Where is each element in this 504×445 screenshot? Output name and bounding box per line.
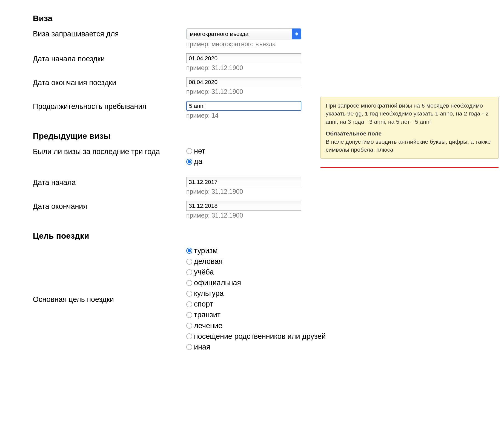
tooltip-strong: Обязательное поле: [326, 129, 493, 137]
duration-input[interactable]: [186, 101, 301, 111]
purpose-radio[interactable]: [186, 291, 192, 297]
requested-for-value: многократного въезда: [190, 31, 248, 37]
purpose-radio-group: туризмделоваяучёбаофициальнаякультураспо…: [186, 246, 340, 353]
tooltip-error-underline: [320, 167, 499, 168]
had-visas-yes-label: да: [194, 157, 202, 166]
prev-start-hint: пример: 31.12.1900: [186, 188, 310, 195]
requested-for-select[interactable]: многократного въезда: [186, 28, 301, 39]
duration-tooltip: При запросе многократной визы на 6 месяц…: [320, 97, 499, 159]
tooltip-text-2: В поле допустимо вводить английские букв…: [326, 138, 491, 153]
purpose-option-label: культура: [194, 289, 224, 298]
trip-start-hint: пример: 31.12.1900: [186, 64, 310, 72]
had-visas-no-label: нет: [194, 146, 205, 156]
purpose-option-label: иная: [194, 342, 210, 352]
purpose-radio[interactable]: [186, 280, 192, 286]
purpose-option-label: учёба: [194, 267, 214, 277]
had-visas-no-radio[interactable]: [186, 148, 192, 154]
purpose-radio[interactable]: [186, 344, 192, 350]
purpose-option-label: туризм: [194, 246, 218, 256]
purpose-option-label: транзит: [194, 310, 220, 320]
trip-end-input[interactable]: [186, 77, 301, 87]
duration-label: Продолжительность пребывания: [33, 101, 186, 111]
requested-for-label: Виза запрашивается для: [33, 28, 186, 39]
prev-end-input[interactable]: [186, 201, 301, 211]
had-visas-yes-radio[interactable]: [186, 159, 192, 165]
tooltip-text-1: При запросе многократной визы на 6 месяц…: [326, 102, 489, 125]
main-purpose-label: Основная цель поездки: [33, 295, 186, 304]
purpose-radio[interactable]: [186, 301, 192, 307]
trip-start-input[interactable]: [186, 53, 301, 63]
purpose-radio[interactable]: [186, 269, 192, 275]
purpose-radio[interactable]: [186, 333, 192, 339]
duration-hint: пример: 14: [186, 112, 310, 119]
purpose-radio[interactable]: [186, 248, 192, 254]
prev-start-label: Дата начала: [33, 177, 186, 187]
purpose-option-label: посещение родственников или друзей: [194, 332, 326, 341]
purpose-option-label: официальная: [194, 278, 241, 288]
section-purpose-heading: Цель поездки: [33, 231, 504, 241]
purpose-radio[interactable]: [186, 312, 192, 318]
trip-start-label: Дата начала поездки: [33, 53, 186, 64]
had-visas-label: Были ли визы за последние три года: [33, 146, 186, 157]
purpose-radio[interactable]: [186, 323, 192, 329]
trip-end-label: Дата окончания поездки: [33, 77, 186, 88]
purpose-option-label: спорт: [194, 299, 213, 309]
purpose-radio[interactable]: [186, 259, 192, 265]
section-visa-heading: Виза: [33, 14, 504, 23]
prev-end-hint: пример: 31.12.1900: [186, 212, 310, 219]
purpose-option-label: лечение: [194, 321, 222, 331]
prev-end-label: Дата окончания: [33, 201, 186, 211]
chevron-updown-icon: [292, 28, 301, 39]
prev-start-input[interactable]: [186, 177, 301, 187]
purpose-option-label: деловая: [194, 257, 223, 266]
trip-end-hint: пример: 31.12.1900: [186, 88, 310, 96]
requested-for-hint: пример: многократного въезда: [186, 41, 310, 48]
